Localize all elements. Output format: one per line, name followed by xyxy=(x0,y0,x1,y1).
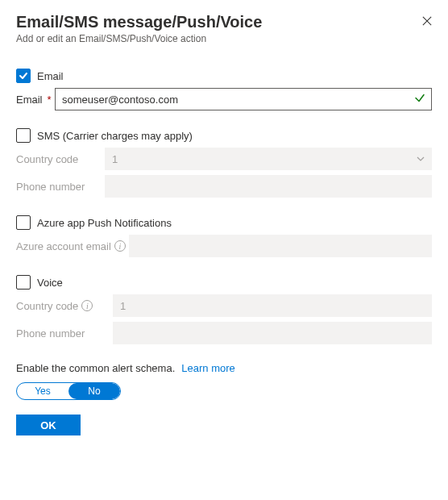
voice-country-label: Country code i xyxy=(16,300,113,312)
push-field-label: Azure account email i xyxy=(16,240,129,252)
email-input[interactable] xyxy=(55,88,432,110)
push-section: Azure app Push Notifications Azure accou… xyxy=(16,215,432,257)
check-icon xyxy=(19,71,28,81)
schema-row: Enable the common alert schema. Learn mo… xyxy=(16,362,432,374)
email-field-label: Email* xyxy=(16,94,55,106)
voice-checkbox[interactable] xyxy=(16,275,31,290)
required-indicator: * xyxy=(48,94,52,106)
learn-more-link[interactable]: Learn more xyxy=(181,362,234,374)
push-checkbox-label: Azure app Push Notifications xyxy=(37,217,172,229)
email-checkbox-label: Email xyxy=(37,70,64,82)
schema-text: Enable the common alert schema. xyxy=(16,362,175,374)
sms-country-select[interactable]: 1 xyxy=(105,148,432,170)
sms-country-label: Country code xyxy=(16,153,105,165)
close-icon xyxy=(422,15,432,27)
sms-phone-label: Phone number xyxy=(16,181,105,193)
toggle-no[interactable]: No xyxy=(68,383,120,399)
voice-phone-input[interactable] xyxy=(113,322,432,344)
sms-checkbox-label: SMS (Carrier charges may apply) xyxy=(37,130,193,142)
panel-title: Email/SMS message/Push/Voice xyxy=(16,13,432,31)
close-button[interactable] xyxy=(417,11,437,31)
toggle-yes[interactable]: Yes xyxy=(17,383,68,399)
info-icon[interactable]: i xyxy=(114,240,126,252)
email-checkbox[interactable] xyxy=(16,69,31,83)
voice-country-input[interactable] xyxy=(113,294,432,317)
sms-phone-input[interactable] xyxy=(105,175,432,198)
voice-checkbox-label: Voice xyxy=(37,277,63,289)
push-checkbox[interactable] xyxy=(16,215,31,230)
info-icon[interactable]: i xyxy=(81,300,93,311)
chevron-down-icon xyxy=(417,153,425,165)
voice-section: Voice Country code i Phone number xyxy=(16,275,432,344)
panel-subtitle: Add or edit an Email/SMS/Push/Voice acti… xyxy=(16,33,432,44)
sms-section: SMS (Carrier charges may apply) Country … xyxy=(16,128,432,198)
push-email-input[interactable] xyxy=(129,235,432,257)
voice-phone-label: Phone number xyxy=(16,327,113,340)
schema-toggle[interactable]: Yes No xyxy=(16,382,121,400)
email-section: Email Email* xyxy=(16,69,432,110)
ok-button[interactable]: OK xyxy=(16,415,81,435)
sms-checkbox[interactable] xyxy=(16,128,31,143)
